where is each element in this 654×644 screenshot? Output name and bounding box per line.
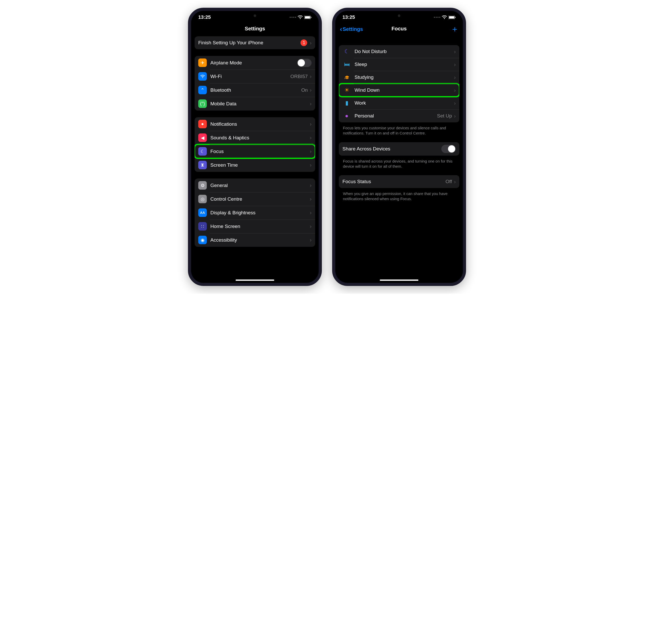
row-home-screen[interactable]: ∷ Home Screen › bbox=[195, 220, 315, 233]
chevron-left-icon: ‹ bbox=[340, 25, 342, 33]
badge-icon: 1 bbox=[301, 40, 307, 46]
row-screen-time[interactable]: ⧗ Screen Time › bbox=[195, 158, 315, 172]
svg-rect-1 bbox=[305, 16, 310, 19]
chevron-right-icon: › bbox=[454, 74, 456, 80]
row-finish-setup[interactable]: Finish Setting Up Your iPhone 1 › bbox=[195, 36, 315, 49]
chevron-right-icon: › bbox=[310, 196, 311, 202]
grid-icon: ∷ bbox=[198, 222, 207, 231]
signal-dots-icon bbox=[434, 17, 440, 18]
chevron-right-icon: › bbox=[454, 62, 456, 68]
row-wifi[interactable]: Wi-Fi ORBI57 › bbox=[195, 70, 315, 83]
badge-id-icon: ▮ bbox=[343, 100, 351, 107]
focus-modes-group: ☾ Do Not Disturb › 🛏︎ Sleep › 🎓︎ Studyin… bbox=[339, 45, 459, 122]
status-description: When you give an app permission, it can … bbox=[339, 191, 459, 208]
bell-icon: ● bbox=[198, 120, 207, 128]
row-wind-down[interactable]: ☀︎ Wind Down › bbox=[339, 84, 459, 97]
chevron-right-icon: › bbox=[310, 148, 311, 154]
back-button[interactable]: ‹ Settings bbox=[340, 25, 363, 33]
row-label: Mobile Data bbox=[210, 101, 310, 107]
row-focus-status[interactable]: Focus Status Off › bbox=[339, 175, 459, 188]
plus-icon: + bbox=[452, 24, 457, 34]
switches-icon: ◎ bbox=[198, 195, 207, 203]
focus-settings-group: ● Notifications › ◀︎ Sounds & Haptics › … bbox=[195, 117, 315, 172]
chevron-right-icon: › bbox=[310, 223, 311, 229]
row-label: Bluetooth bbox=[210, 87, 301, 93]
chevron-right-icon: › bbox=[310, 101, 311, 107]
row-studying[interactable]: 🎓︎ Studying › bbox=[339, 71, 459, 84]
home-indicator[interactable] bbox=[236, 279, 274, 281]
row-label: Sleep bbox=[354, 62, 454, 67]
wifi-icon bbox=[298, 16, 303, 19]
svg-rect-2 bbox=[311, 17, 311, 18]
home-indicator[interactable] bbox=[380, 279, 418, 281]
row-accessibility[interactable]: ◉ Accessibility › bbox=[195, 233, 315, 247]
share-toggle[interactable] bbox=[441, 145, 456, 153]
setup-group: Finish Setting Up Your iPhone 1 › bbox=[195, 36, 315, 49]
row-share-across-devices[interactable]: Share Across Devices bbox=[339, 142, 459, 156]
row-label: Notifications bbox=[210, 121, 310, 127]
signal-dots-icon bbox=[290, 17, 296, 18]
svg-rect-4 bbox=[449, 16, 454, 19]
row-value: On bbox=[301, 87, 308, 93]
person-icon: ● bbox=[343, 113, 351, 119]
back-label: Settings bbox=[343, 26, 363, 32]
general-settings-group: ⚙︎ General › ◎ Control Centre › AA Displ… bbox=[195, 179, 315, 247]
status-time: 13:25 bbox=[198, 15, 211, 20]
row-label: Screen Time bbox=[210, 162, 310, 168]
row-focus[interactable]: ☾ Focus › bbox=[195, 144, 315, 158]
moon-icon: ☾ bbox=[198, 147, 207, 156]
focus-description: Focus lets you customise your devices an… bbox=[339, 125, 459, 142]
row-airplane-mode[interactable]: ✈︎ Airplane Mode bbox=[195, 56, 315, 70]
page-title: Focus bbox=[392, 26, 407, 31]
focus-status-group: Focus Status Off › bbox=[339, 175, 459, 188]
add-button[interactable]: + bbox=[452, 24, 457, 34]
row-control-centre[interactable]: ◎ Control Centre › bbox=[195, 192, 315, 206]
svg-rect-5 bbox=[455, 17, 456, 18]
row-mobile-data[interactable]: (°) Mobile Data › bbox=[195, 97, 315, 111]
share-description: Focus is shared across your devices, and… bbox=[339, 159, 459, 176]
row-label: Accessibility bbox=[210, 237, 310, 243]
row-personal[interactable]: ● Personal Set Up › bbox=[339, 110, 459, 122]
chevron-right-icon: › bbox=[454, 100, 456, 106]
hourglass-icon: ⧗ bbox=[198, 161, 207, 169]
phone-focus: 13:25 ‹ Settings Focus + ☾ Do Not Distur… bbox=[332, 8, 466, 286]
row-sleep[interactable]: 🛏︎ Sleep › bbox=[339, 58, 459, 71]
row-value: ORBI57 bbox=[290, 74, 308, 79]
bluetooth-icon: ⌃ bbox=[198, 86, 207, 94]
row-sounds-haptics[interactable]: ◀︎ Sounds & Haptics › bbox=[195, 131, 315, 144]
chevron-right-icon: › bbox=[310, 40, 311, 46]
row-display-brightness[interactable]: AA Display & Brightness › bbox=[195, 206, 315, 220]
chevron-right-icon: › bbox=[310, 121, 311, 127]
chevron-right-icon: › bbox=[310, 87, 311, 93]
chevron-right-icon: › bbox=[310, 135, 311, 141]
row-do-not-disturb[interactable]: ☾ Do Not Disturb › bbox=[339, 45, 459, 58]
chevron-right-icon: › bbox=[454, 179, 456, 185]
chevron-right-icon: › bbox=[310, 210, 311, 215]
row-label: Control Centre bbox=[210, 196, 310, 202]
airplane-icon: ✈︎ bbox=[198, 59, 207, 67]
row-notifications[interactable]: ● Notifications › bbox=[195, 117, 315, 131]
row-work[interactable]: ▮ Work › bbox=[339, 97, 459, 110]
chevron-right-icon: › bbox=[454, 113, 456, 119]
row-label: Airplane Mode bbox=[210, 60, 297, 66]
status-time: 13:25 bbox=[343, 15, 355, 20]
wifi-icon bbox=[442, 16, 447, 19]
moon-icon: ☾ bbox=[343, 48, 351, 55]
row-value: Off bbox=[445, 179, 452, 184]
row-label: Studying bbox=[354, 74, 454, 80]
row-label: Wi-Fi bbox=[210, 74, 290, 79]
chevron-right-icon: › bbox=[310, 73, 311, 79]
chevron-right-icon: › bbox=[454, 87, 456, 93]
bed-icon: 🛏︎ bbox=[343, 61, 351, 68]
sunset-icon: ☀︎ bbox=[343, 87, 351, 93]
row-bluetooth[interactable]: ⌃ Bluetooth On › bbox=[195, 83, 315, 97]
text-size-icon: AA bbox=[198, 208, 207, 217]
notch bbox=[233, 11, 277, 19]
airplane-toggle[interactable] bbox=[297, 59, 311, 67]
row-label: Finish Setting Up Your iPhone bbox=[198, 40, 301, 46]
chevron-right-icon: › bbox=[310, 162, 311, 168]
row-label: Sounds & Haptics bbox=[210, 135, 310, 141]
row-label: Display & Brightness bbox=[210, 210, 310, 215]
row-general[interactable]: ⚙︎ General › bbox=[195, 179, 315, 192]
row-label: General bbox=[210, 183, 310, 188]
